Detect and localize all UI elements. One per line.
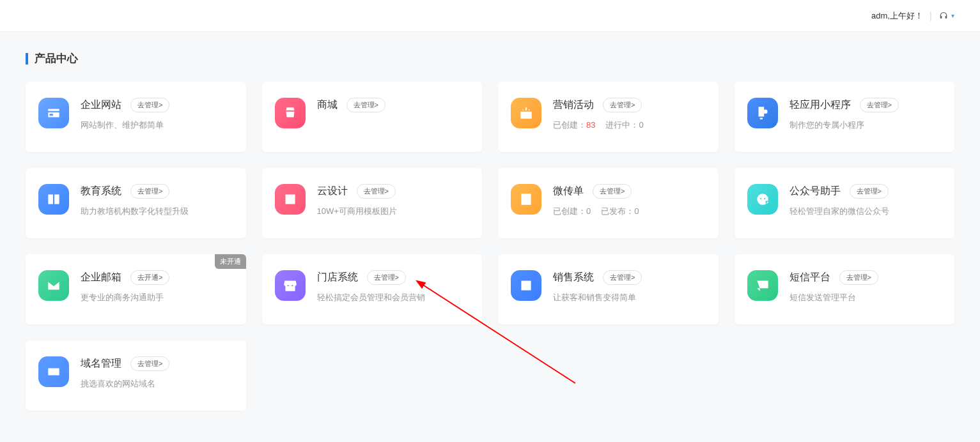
divider: | [929,10,932,22]
headset-icon [938,11,949,21]
card-title: 门店系统 [317,271,358,284]
product-grid: 企业网站去管理>网站制作、维护都简单商城去管理>营销活动去管理>已创建：83进行… [26,82,954,411]
card-body: 云设计去管理>10W+可商用模板图片 [317,184,470,218]
manage-button[interactable]: 去管理> [839,270,878,285]
card-head: 销售系统去管理> [553,270,706,285]
card-title: 域名管理 [81,357,121,370]
product-card-sms[interactable]: 短信平台去管理>短信发送管理平台 [735,254,955,324]
product-card-design[interactable]: 云设计去管理>10W+可商用模板图片 [262,168,483,238]
card-desc: 让获客和销售变得简单 [553,291,706,304]
card-title: 销售系统 [553,271,594,284]
manage-button[interactable]: 去管理> [593,184,632,199]
mall-icon [275,98,306,128]
product-card-marketing[interactable]: 营销活动去管理>已创建：83进行中：0 [498,82,719,152]
header: adm,上午好！ | ▾ [0,0,980,32]
product-card-mall[interactable]: 商城去管理> [262,82,483,152]
card-head: 企业邮箱去开通> [81,270,233,285]
card-desc: 助力教培机构数字化转型升级 [81,205,233,218]
manage-button[interactable]: 去管理> [860,98,899,112]
card-body: 域名管理去管理>挑选喜欢的网站域名 [81,356,233,390]
store-icon [275,270,306,301]
card-body: 教育系统去管理>助力教培机构数字化转型升级 [81,184,233,218]
design-icon [275,184,306,215]
card-desc: 制作您的专属小程序 [789,119,942,132]
card-head: 企业网站去管理> [81,98,233,112]
card-head: 商城去管理> [317,98,470,112]
card-body: 商城去管理> [317,98,470,119]
greeting-text: adm,上午好！ [871,10,923,22]
manage-button[interactable]: 去管理> [357,184,396,199]
card-head: 域名管理去管理> [81,356,233,371]
card-desc: 已创建：83进行中：0 [553,119,706,132]
card-body: 企业邮箱去开通>更专业的商务沟通助手 [81,270,233,304]
sales-icon [511,270,541,301]
card-title: 企业邮箱 [81,271,121,284]
manage-button[interactable]: 去管理> [346,98,385,112]
card-body: 微传单去管理>已创建：0已发布：0 [553,184,706,218]
card-head: 短信平台去管理> [789,270,942,285]
card-body: 轻应用小程序去管理>制作您的专属小程序 [789,98,942,132]
domain-icon [38,356,69,387]
card-body: 公众号助手去管理>轻松管理自家的微信公众号 [789,184,942,218]
product-card-wechat[interactable]: 公众号助手去管理>轻松管理自家的微信公众号 [735,168,955,238]
card-title: 商城 [317,98,338,112]
card-body: 企业网站去管理>网站制作、维护都简单 [81,98,233,132]
main-container: 产品中心 企业网站去管理>网站制作、维护都简单商城去管理>营销活动去管理>已创建… [0,32,980,430]
card-head: 微传单去管理> [553,184,706,199]
card-desc: 10W+可商用模板图片 [317,205,470,218]
product-card-mail[interactable]: 未开通企业邮箱去开通>更专业的商务沟通助手 [26,254,246,324]
card-body: 营销活动去管理>已创建：83进行中：0 [553,98,706,132]
product-card-website[interactable]: 企业网站去管理>网站制作、维护都简单 [26,82,246,152]
product-card-lightapp[interactable]: 轻应用小程序去管理>制作您的专属小程序 [735,82,955,152]
section-title: 产品中心 [26,51,954,66]
mail-icon [38,270,69,301]
card-title: 微传单 [553,185,584,198]
lightapp-icon [747,98,778,128]
badge-not-open: 未开通 [215,254,246,269]
card-title: 短信平台 [789,271,830,284]
website-icon [38,98,69,128]
card-desc: 短信发送管理平台 [789,291,942,304]
card-desc: 挑选喜欢的网站域名 [81,377,233,390]
card-head: 门店系统去管理> [317,270,470,285]
card-body: 销售系统去管理>让获客和销售变得简单 [553,270,706,304]
card-desc: 轻松搞定会员管理和会员营销 [317,291,470,304]
chevron-down-icon: ▾ [951,12,954,19]
flyer-icon [511,184,541,215]
card-body: 门店系统去管理>轻松搞定会员管理和会员营销 [317,270,470,304]
card-head: 云设计去管理> [317,184,470,199]
manage-button[interactable]: 去管理> [603,270,642,285]
card-head: 轻应用小程序去管理> [789,98,942,112]
product-card-flyer[interactable]: 微传单去管理>已创建：0已发布：0 [498,168,719,238]
card-title: 营销活动 [553,98,594,112]
product-card-sales[interactable]: 销售系统去管理>让获客和销售变得简单 [498,254,719,324]
manage-button[interactable]: 去管理> [130,356,169,371]
card-title: 企业网站 [81,98,121,112]
edu-icon [38,184,69,215]
section-title-text: 产品中心 [35,51,78,66]
title-accent-bar [26,53,28,65]
card-title: 轻应用小程序 [789,98,851,112]
support-dropdown[interactable]: ▾ [938,11,954,21]
card-title: 云设计 [317,185,348,198]
sms-icon [747,270,778,301]
card-desc: 更专业的商务沟通助手 [81,291,233,304]
manage-button[interactable]: 去管理> [130,184,169,199]
card-desc: 已创建：0已发布：0 [553,205,706,218]
manage-button[interactable]: 去管理> [130,98,169,112]
product-card-domain[interactable]: 域名管理去管理>挑选喜欢的网站域名 [26,340,246,411]
marketing-icon [511,98,541,128]
manage-button[interactable]: 去管理> [850,184,889,199]
card-head: 营销活动去管理> [553,98,706,112]
manage-button[interactable]: 去管理> [367,270,406,285]
card-title: 公众号助手 [789,185,841,198]
card-head: 教育系统去管理> [81,184,233,199]
card-desc: 网站制作、维护都简单 [81,119,233,132]
card-body: 短信平台去管理>短信发送管理平台 [789,270,942,304]
product-card-edu[interactable]: 教育系统去管理>助力教培机构数字化转型升级 [26,168,246,238]
open-button[interactable]: 去开通> [130,270,169,285]
product-card-store[interactable]: 门店系统去管理>轻松搞定会员管理和会员营销 [262,254,483,324]
manage-button[interactable]: 去管理> [603,98,642,112]
card-head: 公众号助手去管理> [789,184,942,199]
wechat-icon [747,184,778,215]
